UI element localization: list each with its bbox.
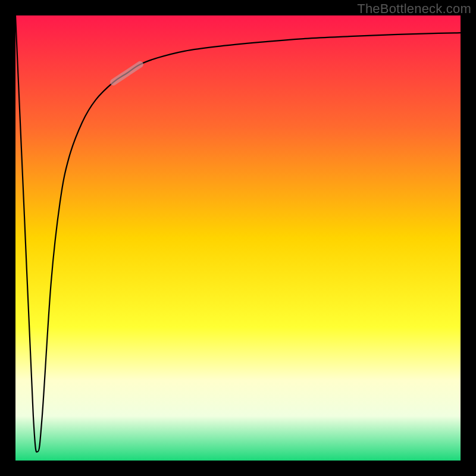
chart-svg — [0, 0, 476, 476]
plot-background — [15, 15, 461, 461]
watermark-label: TheBottleneck.com — [357, 1, 471, 17]
chart-container: TheBottleneck.com — [0, 0, 476, 476]
plot-area — [15, 15, 461, 461]
